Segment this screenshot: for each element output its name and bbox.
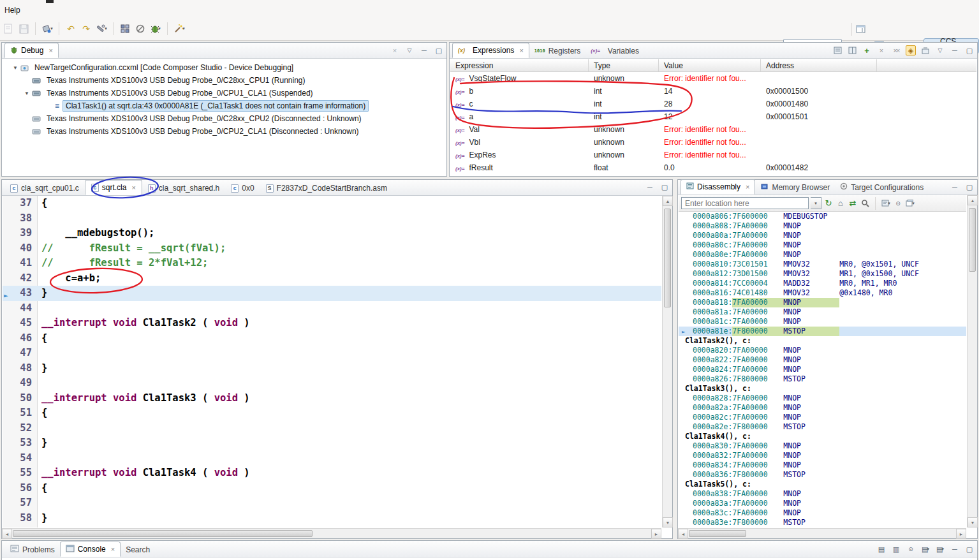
dropdown-icon[interactable]: ▾ [182,26,185,31]
scrollbar-thumb[interactable] [689,530,746,537]
disassembly-vertical-scrollbar[interactable]: ▲ ▼ [967,195,977,527]
breakpoint-margin[interactable] [3,481,12,496]
expression-row[interactable]: (x)=cint280x00001480 [450,98,976,110]
breakpoint-margin[interactable] [3,211,12,226]
scrollbar-thumb[interactable] [969,208,976,272]
scrollbar-thumb[interactable] [13,530,313,537]
tab-variables[interactable]: (x)= Variables [585,43,644,58]
editor-tab-cla-sqrt-shared-h[interactable]: hcla_sqrt_shared.h [142,181,225,195]
breakpoint-margin[interactable] [3,421,12,436]
breakpoint-margin[interactable] [3,406,12,421]
minimize-icon[interactable]: ─ [950,45,960,55]
scroll-left-button[interactable]: ◄ [678,529,688,539]
column-header-address[interactable]: Address [761,59,877,71]
breakpoint-margin[interactable] [3,466,12,481]
debug-tree-node[interactable]: ▼Texas Instruments XDS100v3 USB Debug Pr… [3,87,446,99]
pin-console-icon[interactable]: ⊙ [906,544,916,554]
editor-tab-cla-sqrt-cpu01-c[interactable]: ccla_sqrt_cpu01.c [4,181,85,195]
scroll-down-button[interactable]: ▼ [968,517,978,527]
breakpoint-margin[interactable]: ► [3,286,12,301]
column-header-value[interactable]: Value [659,59,761,71]
close-icon[interactable]: × [519,47,523,54]
breakpoint-margin[interactable] [3,196,12,211]
scroll-right-button[interactable]: ► [956,529,966,539]
tab-registers[interactable]: 1010 Registers [529,43,586,58]
breakpoint-margin[interactable] [3,496,12,511]
minimize-icon[interactable]: ─ [950,182,960,192]
scroll-right-button[interactable]: ► [651,529,661,539]
tab-search[interactable]: Search [121,542,155,557]
breakpoint-margin[interactable] [3,226,12,241]
collapse-all-icon[interactable] [920,45,931,55]
remove-all-expressions-icon[interactable]: ×× [891,45,901,55]
new-view-icon[interactable]: ▾ [905,198,915,209]
scroll-up-button[interactable]: ▲ [968,195,978,205]
maximize-icon[interactable]: ▢ [659,182,670,192]
windows-grid-icon[interactable] [118,22,132,36]
debug-tree-node[interactable]: Texas Instruments XDS100v3 USB Debug Pro… [3,112,446,125]
refresh-icon[interactable]: ↻ [823,198,834,209]
maximize-icon[interactable]: ▢ [964,182,975,192]
location-history-button[interactable]: ▾ [811,197,821,209]
tab-disassembly[interactable]: Disassembly × [681,179,755,195]
expression-row[interactable]: (x)=VblunknownError: identifier not fou.… [450,136,976,149]
magic-wand-icon[interactable]: ▾ [172,22,186,36]
expression-row[interactable]: (x)=ValunknownError: identifier not fou.… [450,123,976,136]
skip-all-breakpoints-icon[interactable] [133,22,147,36]
expression-row[interactable]: (x)=VsgStateFlowunknownError: identifier… [450,72,976,85]
breakpoint-margin[interactable] [3,256,12,271]
scroll-down-button[interactable]: ▼ [663,517,673,527]
breakpoint-margin[interactable] [3,346,12,361]
close-icon[interactable]: × [48,47,52,54]
expression-row[interactable]: (x)=bint140x00001500 [450,85,976,98]
maximize-icon[interactable]: ▢ [434,45,444,55]
sync-pc-icon[interactable]: ⇄ [848,198,858,209]
tab-memory-browser[interactable]: Memory Browser [755,180,835,195]
debug-tree-node[interactable]: ▼NewTargetConfiguration.ccxml [Code Comp… [3,61,446,74]
breakpoint-margin[interactable] [3,361,12,376]
display-selected-console-icon[interactable]: ▤▾ [920,544,931,554]
open-perspective-icon[interactable] [853,22,867,36]
scroll-lock-icon[interactable]: ▥ [891,544,901,554]
wrench-icon[interactable]: ▾ [94,22,108,36]
view-menu-icon[interactable]: ▽ [404,45,415,55]
columns-layout-icon[interactable] [847,45,857,55]
dropdown-icon[interactable]: ▾ [888,201,890,206]
close-icon[interactable]: × [746,183,749,191]
tab-problems[interactable]: Problems [5,542,60,557]
add-expression-icon[interactable]: + [862,45,872,55]
view-menu-icon[interactable]: ▽ [935,45,945,55]
close-icon[interactable]: × [131,184,135,191]
tab-expressions[interactable]: (x) Expressions × [452,43,529,58]
dropdown-icon[interactable]: ▾ [158,26,161,31]
home-icon[interactable]: ⌂ [835,198,846,209]
tab-debug[interactable]: Debug × [4,43,59,58]
breakpoint-margin[interactable] [3,451,12,466]
save-icon[interactable] [17,22,31,36]
code-editor[interactable]: 37{3839 __mdebugstop();40// fResult = __… [3,196,661,527]
debug-tree-node[interactable]: ≡Cla1Task1() at sqrt.cla:43 0x0000A81E (… [3,99,446,112]
dropdown-icon[interactable]: ▾ [105,26,107,31]
search-icon[interactable] [860,198,870,209]
tab-console[interactable]: Console × [60,542,121,557]
minimize-icon[interactable]: ─ [419,45,429,55]
minimize-icon[interactable]: ─ [645,182,655,192]
new-debug-icon[interactable]: ▾ [149,22,163,36]
editor-tab-f2837xd-codestartbranch-asm[interactable]: SF2837xD_CodeStartBranch.asm [260,181,393,195]
open-console-icon[interactable]: ▤▾ [935,544,945,554]
scroll-up-button[interactable]: ▲ [663,196,673,206]
column-header-type[interactable]: Type [589,59,659,71]
tree-expander-icon[interactable]: ▼ [10,65,20,71]
paint-bucket-icon[interactable]: ▾ [40,22,54,36]
remove-expression-icon[interactable]: × [876,45,887,55]
editor-vertical-scrollbar[interactable]: ▲ ▼ [662,196,672,527]
maximize-icon[interactable]: ▢ [964,544,975,554]
pin-view-icon[interactable]: ⊙ [893,198,903,209]
tab-target-configurations[interactable]: Target Configurations [835,180,929,195]
close-icon[interactable]: × [111,545,115,553]
location-input[interactable] [681,197,809,209]
disassembly-horizontal-scrollbar[interactable]: ◄ ► [678,528,966,538]
undo-icon[interactable]: ↶ [64,22,78,36]
assembly-mode-icon[interactable]: ▾ [881,198,891,209]
scroll-left-button[interactable]: ◄ [2,529,12,539]
